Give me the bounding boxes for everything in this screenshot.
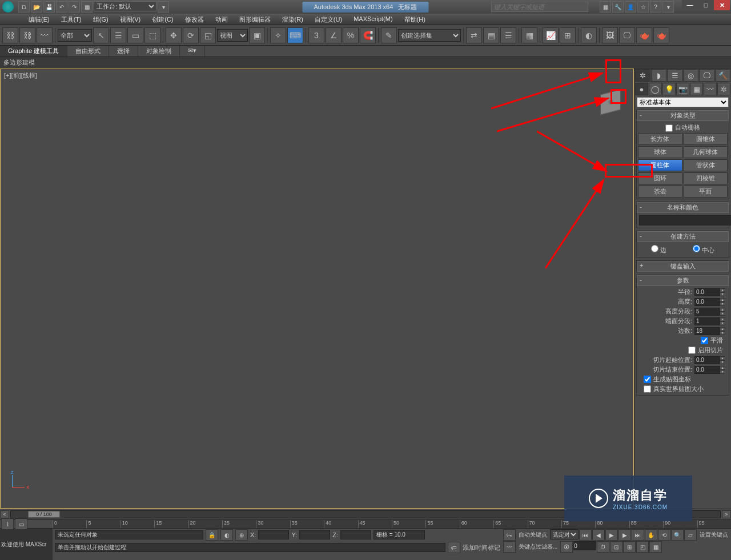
mirror-icon[interactable]: ⇄ bbox=[466, 27, 482, 43]
autogrid-checkbox[interactable] bbox=[665, 124, 673, 132]
community-icon[interactable]: 👤 bbox=[625, 1, 636, 13]
radius-input[interactable] bbox=[694, 288, 720, 296]
help-search[interactable] bbox=[491, 2, 588, 12]
utilities-tab-icon[interactable]: 🔨 bbox=[715, 69, 730, 82]
workspace-select[interactable]: 工作台: 默认 bbox=[94, 1, 156, 11]
height-down[interactable]: ▼ bbox=[720, 302, 725, 306]
primitive-cone[interactable]: 圆锥体 bbox=[684, 133, 728, 145]
key-target-select[interactable]: 选定对 bbox=[550, 529, 579, 539]
hseg-up[interactable]: ▲ bbox=[720, 308, 725, 312]
spacewarps-sub-icon[interactable]: 〰 bbox=[704, 83, 717, 95]
menu-group[interactable]: 组(G) bbox=[87, 14, 114, 25]
hierarchy-tab-icon[interactable]: ☰ bbox=[667, 69, 682, 82]
close-button[interactable]: ✕ bbox=[714, 0, 730, 10]
primitive-tube[interactable]: 管状体 bbox=[684, 159, 728, 171]
sto-up[interactable]: ▲ bbox=[720, 366, 725, 370]
menu-edit[interactable]: 编辑(E) bbox=[23, 14, 55, 25]
tab-selection[interactable]: 选择 bbox=[109, 46, 138, 57]
help-dropdown-icon[interactable]: ▾ bbox=[662, 1, 674, 13]
slice-on-checkbox[interactable] bbox=[688, 347, 696, 354]
isolate-icon[interactable]: ◐ bbox=[220, 529, 233, 541]
listener-prompt[interactable]: 欢迎使用 MAXScr bbox=[1, 541, 51, 549]
ribbon-mail-icon[interactable]: ✉▾ bbox=[180, 46, 205, 57]
ref-coord-system[interactable]: 视图 bbox=[217, 29, 248, 42]
primitive-plane[interactable]: 平面 bbox=[684, 186, 728, 198]
nav-zoom-extents-icon[interactable]: ⊞ bbox=[623, 541, 636, 553]
cseg-up[interactable]: ▲ bbox=[720, 317, 725, 321]
undo-icon[interactable]: ↶ bbox=[56, 1, 67, 13]
primitive-cylinder[interactable]: 圆柱体 bbox=[638, 159, 682, 171]
spinner-snap-icon[interactable]: 🧲 bbox=[360, 27, 376, 43]
x-coord-input[interactable] bbox=[258, 530, 289, 539]
help-icon[interactable]: ? bbox=[650, 1, 661, 13]
method-edge-radio[interactable]: 边 bbox=[651, 245, 666, 255]
slice-from-input[interactable] bbox=[694, 356, 720, 364]
menu-tools[interactable]: 工具(T) bbox=[55, 14, 87, 25]
schematic-view-icon[interactable]: ⊞ bbox=[560, 27, 576, 43]
rollout-object-type[interactable]: -对象类型 bbox=[637, 110, 729, 121]
curve-mini-icon[interactable]: ⌇ bbox=[1, 518, 14, 530]
pivot-center-icon[interactable]: ▣ bbox=[249, 27, 265, 43]
add-time-tag[interactable]: 添加时间标记 bbox=[463, 543, 500, 552]
motion-tab-icon[interactable]: ◎ bbox=[683, 69, 698, 82]
sides-input[interactable] bbox=[694, 327, 720, 335]
viewcube[interactable]: 前 bbox=[600, 92, 629, 120]
time-slider-next[interactable]: > bbox=[722, 510, 731, 518]
menu-graph-editors[interactable]: 图形编辑器 bbox=[234, 14, 276, 25]
time-slider-handle[interactable]: 0 / 100 bbox=[28, 511, 60, 518]
sides-up[interactable]: ▲ bbox=[720, 327, 725, 331]
tab-graphite[interactable]: Graphite 建模工具 bbox=[0, 46, 67, 57]
key-filters-button[interactable]: 关键点过滤器... bbox=[516, 541, 560, 553]
geometry-sub-icon[interactable]: ● bbox=[635, 83, 648, 95]
play-icon[interactable]: ▶ bbox=[605, 529, 618, 541]
time-config-icon[interactable]: ⏱ bbox=[597, 541, 609, 553]
create-tab-icon[interactable]: ✲ bbox=[635, 69, 650, 82]
wrench-icon[interactable]: 🔧 bbox=[612, 1, 624, 13]
nav-fov-icon[interactable]: ▱ bbox=[684, 529, 697, 541]
rollout-name-color[interactable]: -名称和颜色 bbox=[637, 202, 729, 213]
edit-named-selection-icon[interactable]: ✎ bbox=[381, 27, 397, 43]
nav-zoom-icon[interactable]: 🔍 bbox=[671, 529, 684, 541]
slice-to-input[interactable] bbox=[694, 366, 720, 374]
viewport-label[interactable]: [+][前][线框] bbox=[4, 71, 37, 80]
primitive-torus[interactable]: 圆环 bbox=[638, 172, 682, 184]
render-icon[interactable]: 🫖 bbox=[636, 27, 652, 43]
radius-down[interactable]: ▼ bbox=[720, 292, 725, 296]
menu-maxscript[interactable]: MAXScript(M) bbox=[348, 14, 398, 25]
height-segs-input[interactable] bbox=[694, 308, 720, 316]
menu-help[interactable]: 帮助(H) bbox=[399, 14, 431, 25]
sfrom-down[interactable]: ▼ bbox=[720, 360, 725, 364]
search-input[interactable] bbox=[491, 2, 588, 12]
menu-animation[interactable]: 动画 bbox=[210, 14, 234, 25]
favorites-icon[interactable]: ☆ bbox=[637, 1, 649, 13]
scale-icon[interactable]: ◱ bbox=[200, 27, 216, 43]
primitive-box[interactable]: 长方体 bbox=[638, 133, 682, 145]
primitive-sphere[interactable]: 球体 bbox=[638, 146, 682, 158]
curve-editor-icon[interactable]: 📈 bbox=[543, 27, 559, 43]
app-logo[interactable] bbox=[2, 1, 14, 13]
percent-snap-icon[interactable]: % bbox=[343, 27, 359, 43]
angle-snap-icon[interactable]: ∠ bbox=[326, 27, 342, 43]
primitive-pyramid[interactable]: 四棱锥 bbox=[684, 172, 728, 184]
snap-toggle-icon[interactable]: 3 bbox=[308, 27, 324, 43]
display-tab-icon[interactable]: 🖵 bbox=[699, 69, 714, 82]
sides-down[interactable]: ▼ bbox=[720, 331, 725, 335]
nav-max-toggle-icon[interactable]: ▦ bbox=[649, 541, 662, 553]
minimize-button[interactable]: — bbox=[682, 0, 698, 10]
goto-end-icon[interactable]: ⏭ bbox=[632, 529, 644, 541]
maximize-button[interactable]: □ bbox=[698, 0, 714, 10]
unlink-icon[interactable]: ⛓ bbox=[19, 27, 35, 43]
named-selection-set[interactable]: 创建选择集 bbox=[398, 29, 461, 42]
graphite-toggle-icon[interactable]: ▦ bbox=[521, 27, 537, 43]
open-icon[interactable]: 📂 bbox=[31, 1, 42, 13]
systems-sub-icon[interactable]: ✲ bbox=[717, 83, 730, 95]
lights-sub-icon[interactable]: 💡 bbox=[662, 83, 676, 95]
primitive-category-select[interactable]: 标准基本体 bbox=[637, 97, 729, 107]
radius-up[interactable]: ▲ bbox=[720, 288, 725, 292]
cseg-down[interactable]: ▼ bbox=[720, 321, 725, 325]
helpers-sub-icon[interactable]: ▦ bbox=[690, 83, 703, 95]
sfrom-up[interactable]: ▲ bbox=[720, 356, 725, 360]
keyboard-shortcut-toggle[interactable]: ⌨ bbox=[287, 27, 303, 43]
workspace-menu-icon[interactable]: ▾ bbox=[158, 1, 169, 13]
select-by-name-icon[interactable]: ☰ bbox=[110, 27, 126, 43]
